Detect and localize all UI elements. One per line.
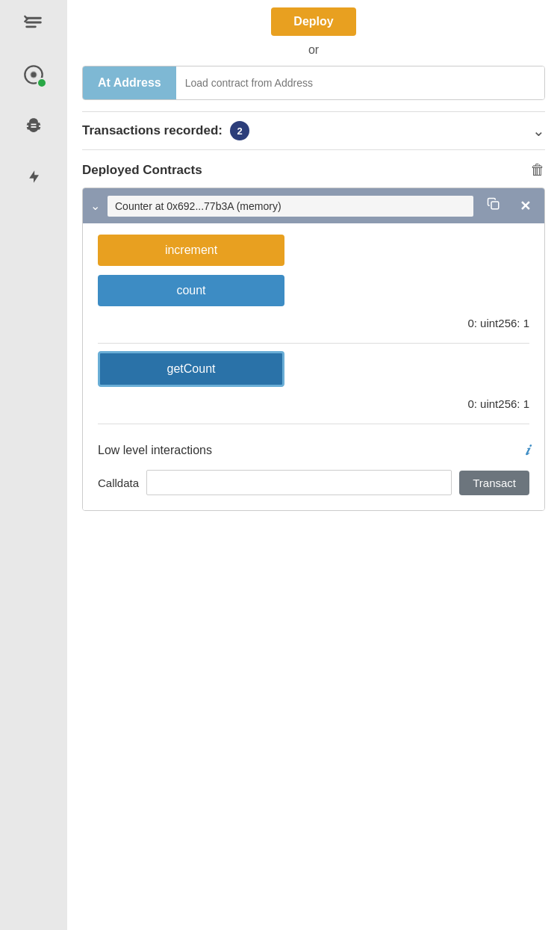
contract-card: ⌄ ✕ increment count — [82, 187, 545, 511]
transactions-count-badge: 2 — [230, 121, 249, 140]
deployed-title: Deployed Contracts — [82, 163, 202, 178]
deploy-bar: Deploy — [82, 7, 545, 36]
deploy-section: Deploy or At Address — [67, 0, 560, 111]
contract-copy-button[interactable] — [481, 194, 506, 217]
calldata-label: Calldata — [98, 477, 139, 489]
function-divider-2 — [98, 424, 529, 424]
transactions-chevron-icon[interactable]: ⌄ — [532, 122, 545, 140]
sidebar — [0, 0, 67, 930]
count-button[interactable]: count — [98, 275, 284, 306]
sidebar-item-plugin[interactable] — [19, 164, 49, 194]
low-level-header: Low level interactions 𝑖 — [98, 441, 529, 459]
transactions-header[interactable]: Transactions recorded: 2 ⌄ — [67, 112, 560, 149]
sidebar-item-compile[interactable] — [19, 60, 49, 90]
deploy-button[interactable]: Deploy — [271, 7, 355, 36]
calldata-input[interactable] — [146, 470, 452, 495]
contract-chevron-icon[interactable]: ⌄ — [90, 199, 100, 213]
low-level-section: Low level interactions 𝑖 Calldata Transa… — [98, 430, 529, 499]
at-address-input[interactable] — [176, 66, 544, 99]
transactions-label: Transactions recorded: — [82, 123, 223, 138]
transact-button[interactable]: Transact — [459, 471, 529, 495]
compile-status-badge — [37, 78, 47, 88]
count-result: 0: uint256: 1 — [98, 312, 529, 337]
low-level-title: Low level interactions — [98, 444, 212, 457]
main-content: Deploy or At Address Transactions record… — [67, 0, 560, 930]
calldata-row: Calldata Transact — [98, 470, 529, 495]
getcount-result: 0: uint256: 1 — [98, 393, 529, 418]
sidebar-item-transactions[interactable] — [19, 7, 49, 37]
deployed-section: Deployed Contracts 🗑 ⌄ ✕ increment — [67, 150, 560, 511]
transactions-title: Transactions recorded: 2 — [82, 121, 249, 140]
trash-icon[interactable]: 🗑 — [530, 161, 545, 179]
at-address-button[interactable]: At Address — [83, 66, 176, 99]
function-divider-1 — [98, 343, 529, 344]
deployed-header: Deployed Contracts 🗑 — [82, 161, 545, 179]
contract-address-input[interactable] — [108, 196, 473, 217]
contract-card-header: ⌄ ✕ — [83, 188, 544, 223]
contract-body: increment count 0: uint256: 1 getCount 0… — [83, 223, 544, 510]
increment-button[interactable]: increment — [98, 235, 284, 266]
getcount-button[interactable]: getCount — [98, 351, 284, 387]
or-label: or — [82, 43, 545, 57]
info-icon[interactable]: 𝑖 — [525, 441, 529, 459]
sidebar-item-debug[interactable] — [19, 112, 49, 142]
contract-close-button[interactable]: ✕ — [514, 195, 537, 217]
svg-rect-4 — [491, 202, 499, 209]
svg-point-1 — [31, 72, 37, 78]
at-address-row: At Address — [82, 66, 545, 100]
